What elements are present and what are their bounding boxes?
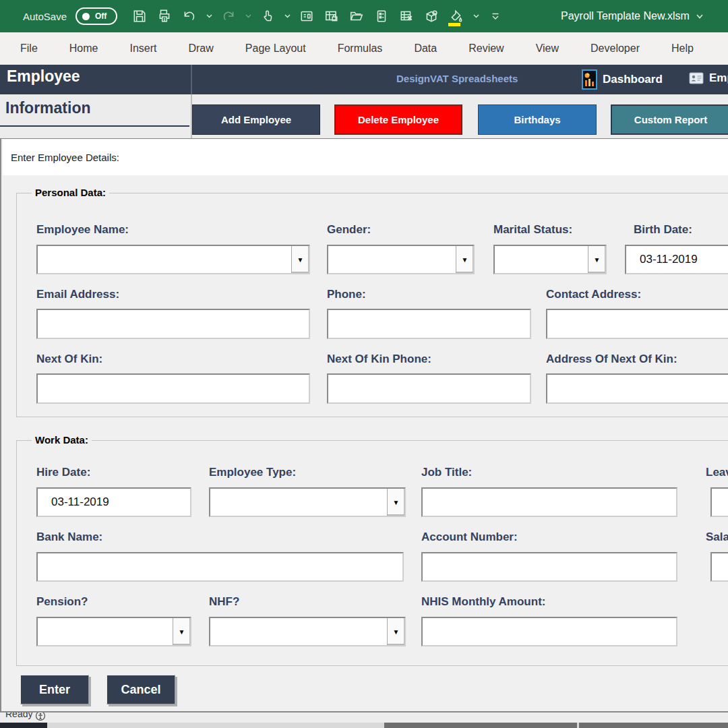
column-divider <box>191 65 192 94</box>
cancel-button[interactable]: Cancel <box>107 675 175 704</box>
next-of-kin-address-label: Address Of Next Of Kin: <box>546 353 677 366</box>
account-number-label: Account Number: <box>421 530 518 544</box>
redo-dropdown-icon <box>243 5 253 28</box>
personal-data-legend: Personal Data: <box>32 187 109 198</box>
next-of-kin-phone-label: Next Of Kin Phone: <box>327 353 431 366</box>
fill-color-icon[interactable] <box>446 5 466 28</box>
sheet-tab-fragment <box>0 723 47 728</box>
phone-label: Phone: <box>327 288 366 301</box>
delete-table-icon[interactable] <box>396 5 417 28</box>
next-of-kin-address-input[interactable] <box>546 373 728 404</box>
form-icon[interactable] <box>371 5 392 28</box>
dropdown-arrow-icon[interactable]: ▼ <box>456 246 473 273</box>
tab-insert[interactable]: Insert <box>129 42 156 55</box>
bank-name-label: Bank Name: <box>36 530 102 544</box>
employee-name-label: Employee Name: <box>36 223 129 237</box>
touch-mode-icon[interactable] <box>257 5 278 28</box>
tab-data[interactable]: Data <box>414 42 437 55</box>
dropdown-arrow-icon[interactable]: ▼ <box>291 246 309 273</box>
undo-dropdown-icon[interactable] <box>204 5 214 28</box>
status-bar: Ready <box>0 712 728 723</box>
contact-address-input[interactable] <box>546 309 728 339</box>
title-bar: AutoSave Off <box>0 0 728 32</box>
redo-icon <box>218 5 239 28</box>
dialog-title: Enter Employee Details: <box>3 140 728 175</box>
tab-developer[interactable]: Developer <box>590 42 640 55</box>
gender-combo[interactable]: ▼ <box>327 245 475 274</box>
pension-combo[interactable]: ▼ <box>36 617 191 646</box>
status-ready-text: Ready <box>5 712 32 719</box>
dropdown-arrow-icon[interactable]: ▼ <box>173 618 190 645</box>
birth-date-label: Birth Date: <box>634 223 692 237</box>
account-number-input[interactable] <box>421 552 677 582</box>
next-of-kin-input[interactable] <box>36 373 310 404</box>
nhis-monthly-amount-input[interactable] <box>421 617 677 646</box>
bottom-strip <box>0 723 728 728</box>
nhis-monthly-amount-label: NHIS Monthly Amount: <box>421 595 545 609</box>
page-title-line2: Information <box>5 99 91 117</box>
hire-date-label: Hire Date: <box>36 466 90 479</box>
pension-label: Pension? <box>36 595 88 609</box>
dropdown-arrow-icon[interactable]: ▼ <box>387 489 404 516</box>
save-icon[interactable] <box>129 5 150 28</box>
work-data-legend: Work Data: <box>32 434 92 446</box>
excel-window: AutoSave Off <box>0 0 728 728</box>
autosave-knob-icon <box>82 13 90 20</box>
hire-date-input[interactable] <box>36 487 191 517</box>
dashboard-icon <box>582 69 597 90</box>
employee-card-icon <box>689 72 704 84</box>
autosave-toggle[interactable]: Off <box>75 7 117 25</box>
delete-employee-button[interactable]: Delete Employee <box>334 104 462 135</box>
salary-input[interactable] <box>710 552 728 582</box>
undo-icon[interactable] <box>179 5 200 28</box>
marital-status-combo[interactable]: ▼ <box>493 245 607 274</box>
tab-home[interactable]: Home <box>69 42 98 55</box>
leave-input[interactable] <box>710 487 728 517</box>
dropdown-arrow-icon[interactable]: ▼ <box>387 618 404 645</box>
dropdown-arrow-icon[interactable]: ▼ <box>588 246 605 273</box>
leave-label: Leav <box>706 466 728 479</box>
next-of-kin-label: Next Of Kin: <box>36 353 102 366</box>
scrollbar-fragment[interactable] <box>384 723 577 728</box>
print-preview-icon[interactable] <box>154 5 175 28</box>
contact-address-label: Contact Address: <box>546 288 641 301</box>
next-of-kin-phone-input[interactable] <box>327 373 531 404</box>
employee-name-combo[interactable]: ▼ <box>36 245 310 274</box>
job-title-input[interactable] <box>421 487 677 517</box>
enter-button[interactable]: Enter <box>20 675 89 704</box>
scrollbar-fragment[interactable] <box>579 723 728 728</box>
fill-color-dropdown-icon[interactable] <box>471 5 481 28</box>
tab-help[interactable]: Help <box>671 42 694 55</box>
nhf-combo[interactable]: ▼ <box>209 617 406 646</box>
job-title-label: Job Title: <box>421 466 472 479</box>
add-employee-button[interactable]: Add Employee <box>192 104 320 135</box>
page-title-line1: Employee <box>7 67 80 86</box>
bank-name-input[interactable] <box>36 552 404 582</box>
custom-report-button[interactable]: Custom Report <box>611 104 728 135</box>
employees-link[interactable]: Emp <box>689 71 728 85</box>
document-title[interactable]: Payroll Template New.xlsm <box>561 0 703 32</box>
marital-status-label: Marital Status: <box>493 223 572 237</box>
tab-review[interactable]: Review <box>468 42 504 55</box>
touch-mode-dropdown-icon[interactable] <box>282 5 292 28</box>
accessibility-icon <box>35 712 46 721</box>
employees-label: Emp <box>709 71 728 85</box>
tab-formulas[interactable]: Formulas <box>338 42 383 55</box>
open-folder-icon[interactable] <box>346 5 367 28</box>
birth-date-input[interactable] <box>625 245 728 274</box>
email-address-input[interactable] <box>36 309 310 339</box>
phone-input[interactable] <box>327 309 531 339</box>
customize-toolbar-icon[interactable] <box>485 5 506 28</box>
dashboard-link[interactable]: Dashboard <box>582 69 663 90</box>
name-manager-icon[interactable] <box>297 5 317 28</box>
package-icon[interactable] <box>421 5 442 28</box>
tab-file[interactable]: File <box>20 42 38 55</box>
quick-access-toolbar <box>129 0 506 32</box>
birthdays-button[interactable]: Birthdays <box>478 104 597 135</box>
protect-sheet-icon[interactable] <box>322 5 342 28</box>
tab-page-layout[interactable]: Page Layout <box>245 42 306 55</box>
employee-type-combo[interactable]: ▼ <box>209 487 406 517</box>
tab-view[interactable]: View <box>536 42 559 55</box>
email-address-label: Email Address: <box>36 288 119 301</box>
tab-draw[interactable]: Draw <box>188 42 213 55</box>
